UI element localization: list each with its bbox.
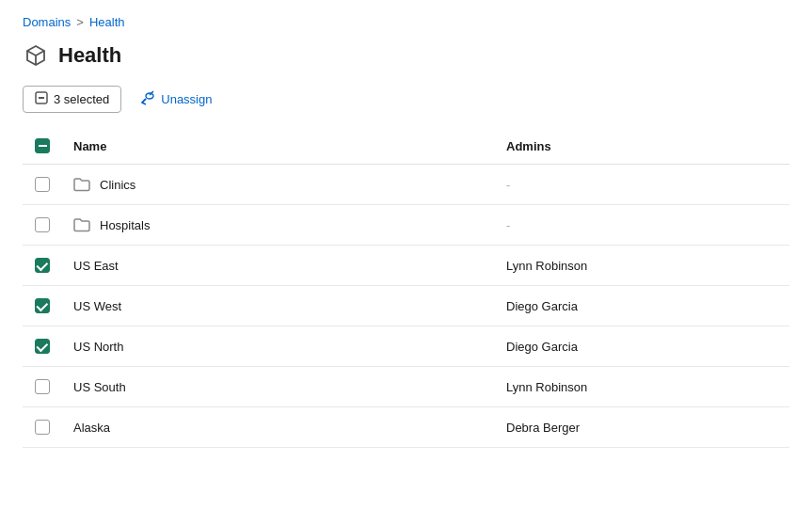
checkbox-cell-us-south[interactable] (23, 367, 62, 407)
table-row: Clinics- (23, 165, 789, 205)
selected-count-label: 3 selected (54, 92, 109, 106)
checkbox-us-east[interactable] (34, 257, 51, 274)
col-header-admins: Admins (495, 128, 789, 165)
breadcrumb-separator: > (76, 15, 84, 29)
name-cell-alaska: Alaska (62, 407, 495, 448)
name-cell-hospitals: Hospitals (62, 205, 495, 246)
admins-cell-us-south: Lynn Robinson (495, 367, 789, 407)
admins-cell-us-north: Diego Garcia (495, 326, 789, 367)
breadcrumb-current[interactable]: Health (89, 15, 125, 29)
admins-dash: - (506, 178, 510, 192)
row-name-alaska: Alaska (73, 421, 110, 435)
page-title: Health (58, 43, 121, 68)
domain-icon (23, 42, 49, 69)
checkbox-indeterminate-state (35, 138, 50, 153)
admins-dash: - (506, 218, 510, 232)
table-row: AlaskaDebra Berger (23, 407, 789, 448)
admins-cell-us-east: Lynn Robinson (495, 246, 789, 286)
x-icon (35, 91, 48, 107)
checkbox-hospitals[interactable] (34, 216, 51, 233)
page-header: Health (23, 42, 789, 69)
checkbox-cell-us-east[interactable] (23, 246, 62, 286)
toolbar: 3 selected Unassign (23, 86, 789, 113)
folder-icon (73, 217, 90, 232)
name-cell-us-south: US South (62, 367, 495, 407)
name-cell-us-west: US West (62, 286, 495, 326)
unassign-label: Unassign (161, 92, 212, 106)
checkbox-alaska[interactable] (34, 419, 51, 436)
checkbox-unchecked-state (35, 217, 50, 232)
checkbox-us-north[interactable] (34, 338, 51, 355)
checkbox-cell-hospitals[interactable] (23, 205, 62, 246)
checkbox-unchecked-state (35, 379, 50, 394)
table-row: US WestDiego Garcia (23, 286, 789, 326)
checkbox-checked-state (35, 258, 50, 273)
name-cell-us-east: US East (62, 246, 495, 286)
name-cell-clinics: Clinics (62, 165, 495, 205)
admins-cell-clinics: - (495, 165, 789, 205)
checkbox-checked-state (35, 339, 50, 354)
domains-table: Name Admins Clinics- Hospitals-US EastLy… (23, 128, 789, 448)
header-checkbox[interactable] (34, 137, 51, 154)
checkbox-checked-state (35, 298, 50, 313)
row-name-hospitals: Hospitals (100, 218, 150, 232)
checkbox-cell-us-west[interactable] (23, 286, 62, 326)
table-row: US SouthLynn Robinson (23, 367, 789, 407)
folder-icon (73, 177, 90, 192)
selected-count-badge[interactable]: 3 selected (23, 86, 121, 113)
checkbox-cell-us-north[interactable] (23, 326, 62, 367)
breadcrumb: Domains > Health (23, 15, 789, 29)
row-name-us-west: US West (73, 299, 121, 313)
checkbox-us-west[interactable] (34, 297, 51, 314)
checkbox-unchecked-state (35, 420, 50, 435)
checkbox-clinics[interactable] (34, 176, 51, 193)
name-cell-us-north: US North (62, 326, 495, 367)
unassign-icon (140, 90, 155, 108)
row-name-us-south: US South (73, 380, 126, 394)
col-header-name: Name (62, 128, 495, 165)
row-name-us-north: US North (73, 340, 123, 354)
admins-cell-alaska: Debra Berger (495, 407, 789, 448)
unassign-button[interactable]: Unassign (133, 86, 219, 113)
row-name-clinics: Clinics (100, 178, 135, 192)
admins-cell-us-west: Diego Garcia (495, 286, 789, 326)
header-checkbox-cell[interactable] (23, 128, 62, 165)
table-row: US EastLynn Robinson (23, 246, 789, 286)
checkbox-cell-clinics[interactable] (23, 165, 62, 205)
checkbox-unchecked-state (35, 177, 50, 192)
page-container: Domains > Health Health 3 selected (0, 0, 812, 509)
checkbox-us-south[interactable] (34, 378, 51, 395)
admins-cell-hospitals: - (495, 205, 789, 246)
row-name-us-east: US East (73, 259, 119, 273)
table-row: Hospitals- (23, 205, 789, 246)
breadcrumb-parent[interactable]: Domains (23, 15, 71, 29)
checkbox-cell-alaska[interactable] (23, 407, 62, 448)
table-row: US NorthDiego Garcia (23, 326, 789, 367)
